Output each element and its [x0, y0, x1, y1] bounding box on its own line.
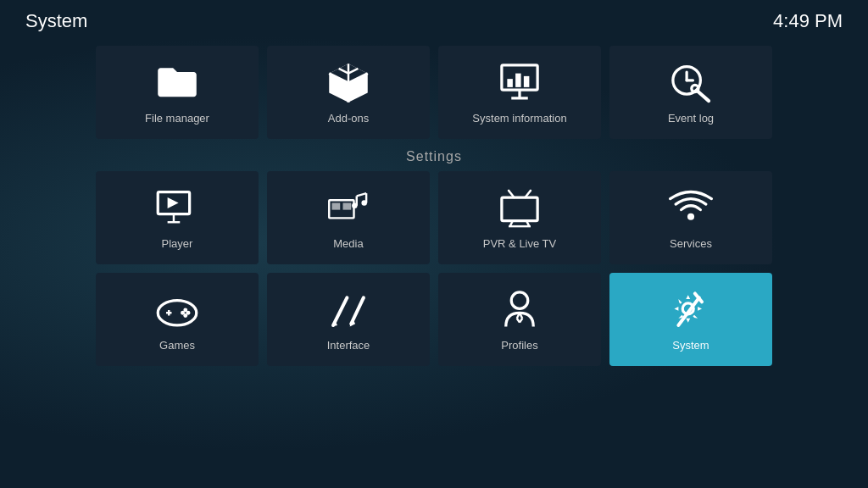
- svg-rect-7: [507, 79, 513, 87]
- media-icon: [326, 186, 370, 230]
- settings-row-2: Games Interface: [8, 273, 860, 366]
- tile-media-label: Media: [333, 237, 363, 250]
- folder-icon: [155, 61, 199, 105]
- tile-player[interactable]: Player: [96, 171, 259, 264]
- tv-icon: [498, 186, 542, 230]
- svg-point-28: [361, 200, 367, 206]
- settings-heading: Settings: [8, 149, 860, 164]
- page-title: System: [25, 10, 87, 32]
- svg-line-51: [520, 318, 522, 322]
- page: System 4:49 PM File manager: [0, 0, 868, 488]
- player-icon: [155, 186, 199, 230]
- svg-rect-22: [332, 202, 341, 209]
- tile-interface-label: Interface: [327, 339, 370, 352]
- topbar: System 4:49 PM: [8, 0, 860, 42]
- svg-rect-23: [343, 202, 352, 209]
- svg-point-41: [181, 310, 185, 314]
- svg-point-35: [687, 213, 694, 219]
- tile-system-information[interactable]: System information: [438, 46, 601, 139]
- svg-point-36: [158, 300, 197, 324]
- svg-rect-9: [524, 75, 530, 86]
- tile-event-log[interactable]: Event log: [609, 46, 772, 139]
- tile-pvr-live-tv-label: PVR & Live TV: [483, 237, 556, 250]
- tile-file-manager-label: File manager: [145, 112, 209, 125]
- system-icon: [669, 288, 713, 332]
- tile-games-label: Games: [159, 339, 195, 352]
- profiles-icon: [498, 288, 542, 332]
- svg-point-42: [186, 310, 191, 314]
- svg-rect-8: [515, 73, 521, 86]
- tile-system-information-label: System information: [472, 112, 566, 125]
- tile-event-log-label: Event log: [668, 112, 714, 125]
- svg-line-15: [698, 91, 709, 100]
- interface-icon: [326, 288, 370, 332]
- tile-games[interactable]: Games: [96, 273, 259, 366]
- svg-line-24: [357, 193, 366, 196]
- tile-media[interactable]: Media: [267, 171, 430, 264]
- gamepad-icon: [155, 288, 199, 332]
- top-row: File manager Add-ons: [8, 46, 860, 139]
- tile-interface[interactable]: Interface: [267, 273, 430, 366]
- tile-profiles-label: Profiles: [501, 339, 537, 352]
- svg-rect-29: [502, 197, 537, 221]
- services-icon: [669, 186, 713, 230]
- clock-search-icon: [669, 61, 713, 105]
- tile-system-label: System: [672, 339, 709, 352]
- tile-services[interactable]: Services: [609, 171, 772, 264]
- tile-system[interactable]: System: [609, 273, 772, 366]
- settings-row-1: Player Media: [8, 171, 860, 264]
- tile-player-label: Player: [162, 237, 193, 250]
- chart-icon: [498, 61, 542, 105]
- tile-add-ons-label: Add-ons: [328, 112, 369, 125]
- svg-point-47: [511, 291, 528, 308]
- clock: 4:49 PM: [773, 10, 843, 32]
- box-icon: [326, 61, 370, 105]
- tile-file-manager[interactable]: File manager: [96, 46, 259, 139]
- tile-profiles[interactable]: Profiles: [438, 273, 601, 366]
- tile-add-ons[interactable]: Add-ons: [267, 46, 430, 139]
- tile-services-label: Services: [670, 237, 712, 250]
- svg-point-16: [692, 85, 698, 92]
- svg-marker-18: [168, 197, 179, 208]
- svg-point-27: [352, 202, 358, 208]
- tile-pvr-live-tv[interactable]: PVR & Live TV: [438, 171, 601, 264]
